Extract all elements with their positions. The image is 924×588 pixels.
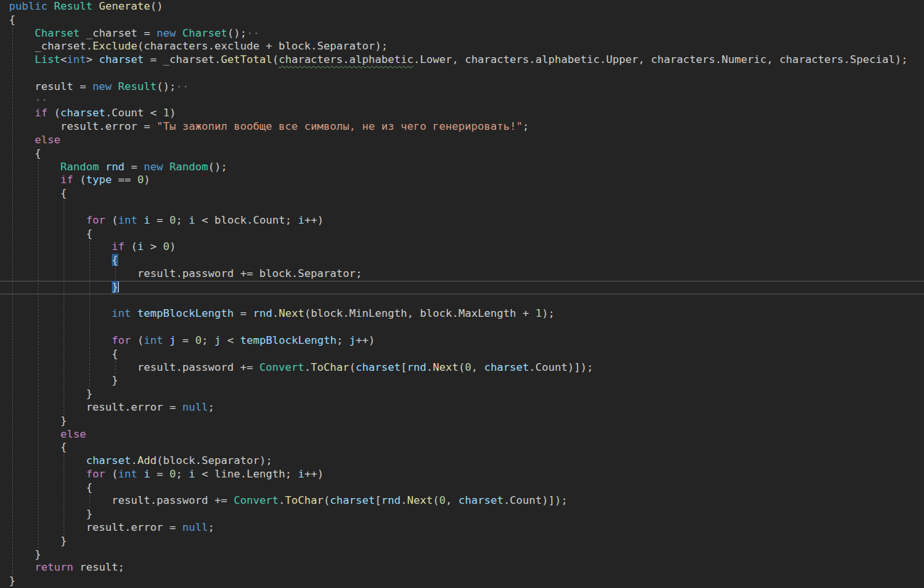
code-line[interactable]: Charset _charset = new Charset();·· [0, 27, 924, 40]
token: j [215, 334, 221, 346]
code-line[interactable]: } [0, 388, 924, 401]
token [9, 94, 35, 106]
code-line[interactable]: result.password += Convert.ToChar(charse… [0, 361, 924, 375]
text-caret [118, 281, 120, 292]
token: int [67, 53, 86, 66]
code-line[interactable]: } [0, 548, 924, 562]
code-line[interactable]: Random rnd = new Random(); [0, 161, 924, 174]
token: result.password += [9, 361, 260, 373]
token: charset [458, 494, 503, 506]
code-line[interactable] [0, 200, 924, 214]
code-line[interactable]: List<int> charset = _charset.GetTotal(ch… [0, 53, 924, 67]
token: 0 [170, 214, 176, 226]
code-line[interactable] [0, 67, 924, 80]
token: ) [170, 107, 176, 119]
token: (characters.exclude + block.Separator); [138, 40, 388, 52]
code-line[interactable]: result.password += block.Separator; [0, 267, 924, 281]
token: Result [118, 80, 157, 93]
token: = [125, 161, 144, 173]
token: .Count < [105, 107, 163, 119]
token: j [170, 334, 176, 346]
code-line[interactable]: ·· [0, 94, 924, 107]
code-line[interactable]: } [0, 535, 924, 548]
code-line[interactable]: _charset.Exclude(characters.exclude + bl… [0, 40, 924, 53]
token: 0 [439, 494, 445, 506]
code-line[interactable]: int tempBlockLength = rnd.Next(block.Min… [0, 307, 924, 321]
token: ( [48, 107, 60, 119]
token: _charset = [80, 27, 157, 39]
token: = [234, 307, 253, 319]
token: int [144, 334, 163, 346]
token: for [86, 468, 105, 480]
token: charset [99, 53, 144, 66]
code-line[interactable]: { [0, 187, 924, 200]
token [9, 107, 35, 119]
token: rnd [253, 307, 272, 319]
token: Next [432, 361, 458, 373]
code-line[interactable]: if (i > 0) [0, 240, 924, 254]
token: () [150, 0, 163, 12]
token: == [112, 174, 138, 186]
code-line[interactable]: public Result Generate() [0, 0, 924, 13]
token: (); [208, 161, 227, 173]
code-line[interactable]: { [0, 348, 924, 361]
code-line[interactable]: for (int i = 0; i < block.Count; i++) [0, 214, 924, 227]
code-line[interactable]: { [0, 254, 924, 267]
token [9, 561, 35, 573]
code-line[interactable]: result.error = null; [0, 401, 924, 414]
token: { [9, 441, 67, 453]
token: 0 [138, 174, 144, 186]
code-line[interactable]: return result; [0, 561, 924, 575]
token: 1 [535, 307, 542, 319]
code-line[interactable]: else [0, 428, 924, 441]
code-line[interactable]: if (type == 0) [0, 174, 924, 187]
code-line-current[interactable]: } [0, 281, 924, 294]
token-brace-match: } [112, 281, 118, 293]
token: return [35, 561, 73, 573]
code-line[interactable]: } [0, 414, 924, 428]
token [163, 161, 170, 173]
code-line[interactable]: for (int j = 0; j < tempBlockLength; j++… [0, 334, 924, 348]
code-line[interactable]: { [0, 481, 924, 495]
token [9, 428, 60, 440]
token: ; [208, 401, 215, 413]
code-editor[interactable]: public Result Generate(){ Charset _chars… [0, 0, 924, 588]
token: charset [484, 361, 529, 373]
token [163, 334, 170, 346]
code-line[interactable]: else [0, 134, 924, 147]
code-line[interactable]: { [0, 13, 924, 27]
code-line[interactable]: result.error = "Ты зажопил вообще все си… [0, 120, 924, 134]
code-line[interactable] [0, 294, 924, 308]
token: 0 [163, 240, 170, 253]
code-line[interactable]: { [0, 147, 924, 161]
token [131, 307, 138, 319]
code-line[interactable]: } [0, 374, 924, 388]
code-line[interactable]: } [0, 508, 924, 521]
token [9, 27, 35, 39]
token: Charset [182, 27, 227, 39]
code-line[interactable]: result = new Result();·· [0, 80, 924, 94]
code-line[interactable]: { [0, 227, 924, 241]
token: Charset [35, 27, 80, 39]
code-line[interactable] [0, 321, 924, 334]
token: if [60, 174, 73, 186]
token [112, 80, 118, 93]
token: ++) [356, 334, 375, 346]
code-line[interactable]: charset.Add(block.Separator); [0, 454, 924, 468]
code-line[interactable]: for (int i = 0; i < line.Length; i++) [0, 468, 924, 481]
code-line[interactable]: result.password += Convert.ToChar(charse… [0, 494, 924, 508]
code-line[interactable]: if (charset.Count < 1) [0, 107, 924, 120]
token [9, 161, 60, 173]
token: 0 [465, 361, 471, 373]
token: tempBlockLength [138, 307, 234, 319]
token: Convert [260, 361, 305, 373]
code-line[interactable]: } [0, 575, 924, 588]
token: i [298, 468, 305, 480]
token: < [60, 53, 67, 66]
code-line[interactable]: result.error = null; [0, 521, 924, 535]
code-line[interactable]: { [0, 441, 924, 454]
token: Convert [234, 494, 279, 506]
token: < block.Count; [195, 214, 298, 226]
token: Generate [99, 0, 150, 12]
token: ( [105, 214, 118, 226]
